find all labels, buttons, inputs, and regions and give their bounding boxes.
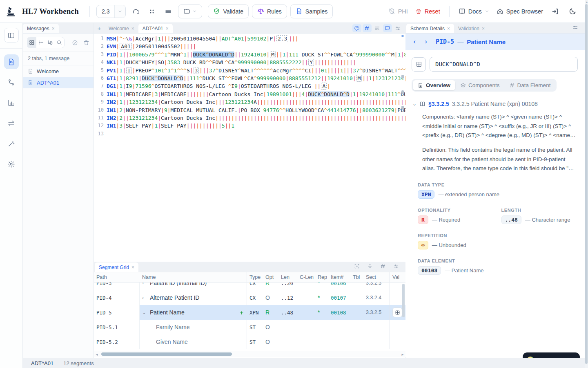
grid-horizontal-scrollbar[interactable]: ◂ ▸ <box>94 351 405 357</box>
editor-line[interactable]: 6GT1|1|8291|DUCK^DONALD^D||111^DUCK ST^^… <box>94 74 405 82</box>
table-row-pid-5.1[interactable]: PID-5.1Family NameSTO <box>94 320 405 334</box>
close-icon[interactable]: × <box>131 26 134 31</box>
hl7-code-editor[interactable]: 1MSH|^~\&|AccMgr|1|||20050110045504||ADT… <box>94 34 405 262</box>
prev-field-button[interactable]: ‹ <box>410 38 419 46</box>
tab-data-element[interactable]: Data Element <box>505 80 556 90</box>
tab-segment-grid[interactable]: Segment Grid × <box>95 263 138 272</box>
line-numbers-toggle[interactable] <box>363 24 372 32</box>
scroll-right-icon[interactable]: ▸ <box>400 352 405 357</box>
column-header-c-len[interactable]: C-Len <box>297 274 315 280</box>
editor-line[interactable]: 12IN1|3|SELF PAY|1|SELF PAY|||||||||||5|… <box>94 122 405 130</box>
toggle-sidebar-button[interactable] <box>4 28 19 43</box>
column-header-item-[interactable]: Item# <box>328 274 350 280</box>
collapse-row-icon[interactable]: ⌄ <box>142 310 147 315</box>
grid-settings-button[interactable] <box>392 262 401 270</box>
column-header-type[interactable]: Type <box>247 272 263 282</box>
add-repetition-button[interactable]: + <box>240 309 243 316</box>
apps-grid-button[interactable] <box>145 4 158 18</box>
open-components-grid-button[interactable] <box>412 57 426 72</box>
table-row-pid-3[interactable]: PID-3›Patient ID (Internal ID)CXR..20*00… <box>94 283 405 290</box>
column-header-tbl[interactable]: Tbl <box>350 274 363 280</box>
tree-view-button[interactable] <box>46 37 55 48</box>
delete-all-icon[interactable] <box>82 38 90 47</box>
word-wrap-toggle[interactable] <box>373 24 382 32</box>
column-header-rep[interactable]: Rep <box>315 274 328 280</box>
hl7-version-select[interactable]: 2.3 <box>96 5 126 18</box>
validate-button[interactable]: Validate <box>208 4 249 18</box>
column-header-name[interactable]: Name <box>140 274 247 280</box>
dark-mode-toggle[interactable] <box>566 4 579 18</box>
rail-item-analytics[interactable] <box>4 95 19 110</box>
cloud-button[interactable] <box>129 4 142 18</box>
rail-item-transform[interactable] <box>4 116 19 130</box>
table-row-pid-5[interactable]: PID-5⌄Patient Name+XPNR..48*001083.3.2.5 <box>94 305 405 320</box>
editor-tab-welcome[interactable]: Welcome × <box>105 24 138 33</box>
editor-line[interactable]: 10IN1|2|NON-PRIMARY|9|MEDICAL MUTUAL CAL… <box>94 106 405 114</box>
phi-toggle[interactable]: PHI <box>387 8 410 15</box>
open-file-button[interactable] <box>178 4 202 18</box>
grid-vertical-scrollbar[interactable] <box>402 284 405 317</box>
close-icon[interactable]: × <box>482 26 485 31</box>
editor-line[interactable]: 3PID|1||10006579^^^1^MRN^1||DUCK^DONALD^… <box>94 51 405 58</box>
table-row-pid-4[interactable]: PID-4›Alternate Patient IDCXO..12*001073… <box>94 290 405 305</box>
close-icon[interactable]: × <box>166 26 169 31</box>
editor-line[interactable]: 7DG1|1|I9|71596^OSTEOARTHROS NOS-L/LEG ^… <box>94 82 405 90</box>
rail-item-messages[interactable] <box>4 54 19 69</box>
table-row-pid-5.2[interactable]: PID-5.2Given NameSTO <box>94 334 405 349</box>
column-header-path[interactable]: Path <box>94 274 140 280</box>
tab-validation[interactable]: Validation × <box>454 24 489 33</box>
focus-selection-button[interactable] <box>352 262 361 270</box>
scroll-thumb[interactable] <box>585 4 588 364</box>
close-icon[interactable]: × <box>52 26 55 31</box>
rail-item-settings[interactable] <box>4 157 19 171</box>
expand-row-icon[interactable]: › <box>142 283 147 286</box>
grid-numbers-button[interactable] <box>379 262 388 270</box>
close-icon[interactable]: × <box>447 26 450 31</box>
editor-line[interactable]: 8IN1|1|MEDICARE|3|MEDICARE|||||||Cartoon… <box>94 90 405 98</box>
editor-line[interactable]: 1MSH|^~\&|AccMgr|1|||20050110045504||ADT… <box>94 35 405 43</box>
column-header-opt[interactable]: Opt <box>263 274 278 280</box>
rail-item-tools[interactable] <box>4 136 19 151</box>
editor-line[interactable]: 13 <box>94 130 405 138</box>
rules-button[interactable]: Rules <box>252 4 287 18</box>
comments-toggle[interactable] <box>383 24 392 32</box>
sign-in-button[interactable] <box>549 4 562 18</box>
spec-browser-button[interactable]: Spec Browser <box>495 8 545 15</box>
tab-components[interactable]: Components <box>455 80 505 90</box>
editor-scrollbar[interactable] <box>401 34 404 262</box>
scroll-left-icon[interactable]: ◂ <box>94 352 100 357</box>
editor-line[interactable]: 2EVN|A01|20050110045502||||| <box>94 43 405 50</box>
editor-line[interactable]: 11IN2|2||123121234|Cartoon Ducks Inc||||… <box>94 114 405 122</box>
rail-item-workflows[interactable] <box>4 75 19 90</box>
spec-section-link[interactable]: §3.3.2.5 <box>428 101 449 107</box>
editor-line[interactable]: 9IN2|1||123121234|Cartoon Ducks Inc|||12… <box>94 98 405 106</box>
expand-row-icon[interactable]: › <box>142 295 147 301</box>
menu-button[interactable] <box>162 4 175 18</box>
editor-settings-button[interactable] <box>393 24 402 32</box>
editor-line[interactable]: 4NK1|1|DUCK^HUEY|SO|3583 DUCK RD^^FOWL^C… <box>94 58 405 66</box>
column-header-val[interactable]: Val <box>390 272 405 282</box>
column-header-len[interactable]: Len <box>278 274 297 280</box>
message-item-adt-a01[interactable]: ADT^A01 <box>23 77 94 88</box>
reset-button[interactable]: Reset <box>414 8 442 15</box>
editor-line[interactable]: 5PV1|1|I|PREOP^101^1^1^^^S|3|||37^DISNEY… <box>94 67 405 74</box>
new-tab-button[interactable]: + <box>94 24 105 33</box>
column-header-sect[interactable]: Sect <box>363 274 390 280</box>
panel-settings-button[interactable] <box>571 23 580 31</box>
collapse-icon[interactable]: ⌄ <box>412 101 416 107</box>
page-scrollbar[interactable]: ▲ <box>585 0 588 368</box>
tab-messages[interactable]: Messages × <box>23 24 59 33</box>
tab-schema-details[interactable]: Schema Details × <box>406 24 454 33</box>
grid-view-button[interactable] <box>27 37 36 48</box>
scroll-thumb[interactable] <box>101 352 232 356</box>
validate-all-icon[interactable] <box>71 38 79 47</box>
field-value-input[interactable] <box>430 57 578 72</box>
samples-button[interactable]: Samples <box>290 4 333 18</box>
editor-tab-adt-a01[interactable]: ADT^A01 × <box>138 24 173 33</box>
search-button[interactable] <box>55 37 64 48</box>
docs-menu-button[interactable]: Docs <box>457 8 491 15</box>
list-view-button[interactable] <box>36 37 45 48</box>
syntax-colors-toggle[interactable] <box>352 24 361 32</box>
close-icon[interactable]: × <box>131 265 134 270</box>
open-value-grid-button[interactable] <box>392 307 402 317</box>
